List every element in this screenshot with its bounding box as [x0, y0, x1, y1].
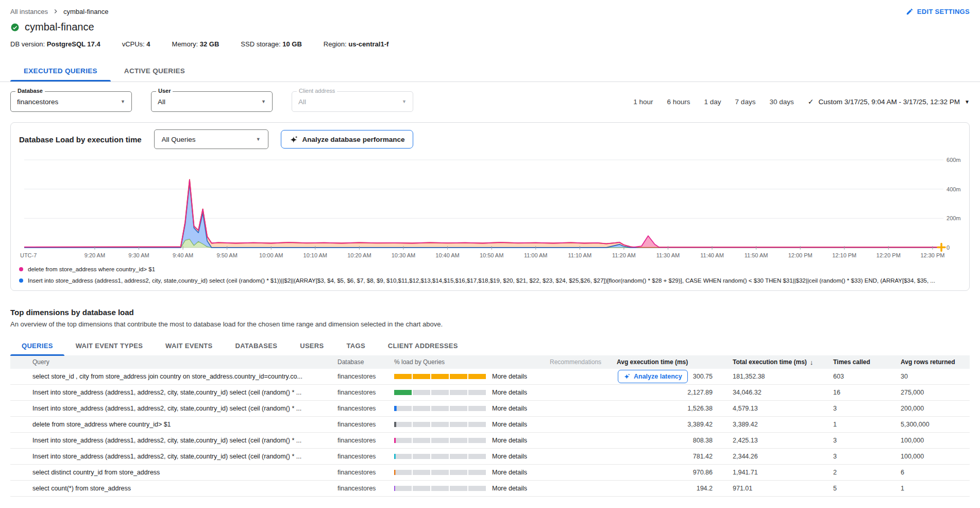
- instance-meta: DB version: PostgreSQL 17.4 vCPUs: 4 Mem…: [0, 33, 980, 48]
- query-text: Insert into store_address (address1, add…: [10, 453, 337, 460]
- page-title: cymbal-finance: [25, 21, 94, 33]
- caret-down-icon: ▼: [256, 137, 261, 142]
- tab-wait-events[interactable]: WAIT EVENTS: [154, 336, 224, 355]
- svg-text:11:30 AM: 11:30 AM: [656, 252, 680, 258]
- tab-users[interactable]: USERS: [289, 336, 335, 355]
- tab-wait-event-types[interactable]: WAIT EVENT TYPES: [64, 336, 154, 355]
- meta-db-version: DB version: PostgreSQL 17.4: [10, 40, 100, 48]
- client-address-filter: Client address All ▼: [292, 91, 413, 112]
- sort-times-called[interactable]: Times called: [820, 358, 888, 366]
- svg-text:10:10 AM: 10:10 AM: [303, 252, 327, 258]
- caret-down-icon: ▼: [402, 99, 407, 104]
- tab-client-addresses[interactable]: CLIENT ADDRESSES: [377, 336, 469, 355]
- more-details-link[interactable]: More details: [492, 389, 527, 396]
- breadcrumb: All instances cymbal-finance EDIT SETTIN…: [0, 0, 980, 15]
- tab-executed-queries[interactable]: EXECUTED QUERIES: [10, 60, 111, 81]
- analyze-latency-button[interactable]: Analyze latency: [618, 370, 688, 383]
- svg-text:10:40 AM: 10:40 AM: [435, 252, 459, 258]
- legend-dot-blue: [19, 278, 23, 283]
- sort-desc-icon: ↓: [810, 358, 814, 366]
- tab-databases[interactable]: DATABASES: [224, 336, 289, 355]
- table-row[interactable]: Insert into store_address (address1, add…: [10, 433, 970, 449]
- sort-avg-exec[interactable]: Avg execution time (ms): [617, 358, 720, 366]
- svg-text:9:40 AM: 9:40 AM: [173, 252, 193, 258]
- load-bar: [394, 454, 487, 459]
- table-row[interactable]: Insert into store_address (address1, add…: [10, 401, 970, 417]
- top-dimensions-title: Top dimensions by database load: [10, 308, 970, 317]
- database-load-chart[interactable]: 600ms400ms200ms09:20 AM9:30 AM9:40 AM9:5…: [19, 153, 961, 263]
- query-text: select count(*) from store_address: [10, 485, 337, 492]
- spark-icon: [623, 373, 631, 380]
- load-bar: [394, 406, 487, 411]
- query-text: Insert into store_address (address1, add…: [10, 405, 337, 412]
- caret-down-icon: ▼: [261, 99, 266, 104]
- svg-text:10:00 AM: 10:00 AM: [259, 252, 283, 258]
- table-header-row: Query Database % load by Queries Recomme…: [10, 355, 970, 369]
- custom-time-range[interactable]: ✓ Custom 3/17/25, 9:04 AM - 3/17/25, 12:…: [808, 97, 970, 106]
- time-range-selector: 1 hour 6 hours 1 day 7 days 30 days ✓ Cu…: [633, 97, 970, 106]
- svg-text:10:30 AM: 10:30 AM: [392, 252, 415, 258]
- svg-text:11:20 AM: 11:20 AM: [612, 252, 636, 258]
- time-chip-1-day[interactable]: 1 day: [704, 98, 721, 106]
- chart-legend: delete from store_address where country_…: [19, 264, 961, 286]
- legend-item[interactable]: delete from store_address where country_…: [19, 264, 961, 275]
- meta-region: Region: us-central1-f: [324, 40, 388, 48]
- sort-avg-rows[interactable]: Avg rows returned: [888, 358, 970, 366]
- svg-text:9:50 AM: 9:50 AM: [217, 252, 238, 258]
- query-filter-dropdown[interactable]: All Queries ▼: [154, 129, 268, 149]
- legend-item[interactable]: Insert into store_address (address1, add…: [19, 275, 961, 286]
- time-chip-30-days[interactable]: 30 days: [769, 98, 793, 106]
- edit-settings-button[interactable]: EDIT SETTINGS: [906, 8, 970, 15]
- table-row[interactable]: Insert into store_address (address1, add…: [10, 449, 970, 465]
- table-row[interactable]: select store_id , city from store_addres…: [10, 369, 970, 385]
- table-row[interactable]: select distinct country_id from store_ad…: [10, 465, 970, 481]
- table-row[interactable]: delete from store_address where country_…: [10, 417, 970, 433]
- breadcrumb-all-instances[interactable]: All instances: [10, 8, 48, 15]
- load-bar: [394, 374, 487, 379]
- caret-down-icon: ▼: [965, 99, 970, 105]
- time-chip-1-hour[interactable]: 1 hour: [633, 98, 653, 106]
- svg-text:12:00 PM: 12:00 PM: [788, 252, 813, 258]
- svg-text:10:50 AM: 10:50 AM: [480, 252, 503, 258]
- more-details-link[interactable]: More details: [492, 421, 527, 428]
- table-row[interactable]: Insert into store_address (address1, add…: [10, 385, 970, 401]
- svg-text:9:30 AM: 9:30 AM: [128, 252, 149, 258]
- pencil-icon: [906, 8, 914, 15]
- legend-dot-pink: [19, 267, 23, 271]
- svg-text:12:30 PM: 12:30 PM: [920, 252, 944, 258]
- load-bar: [394, 470, 487, 475]
- query-text: Insert into store_address (address1, add…: [10, 437, 337, 444]
- time-chip-7-days[interactable]: 7 days: [735, 98, 756, 106]
- more-details-link[interactable]: More details: [492, 373, 527, 380]
- more-details-link[interactable]: More details: [492, 437, 527, 444]
- query-mode-tabs: EXECUTED QUERIES ACTIVE QUERIES: [0, 60, 980, 82]
- table-row[interactable]: select count(*) from store_address finan…: [10, 481, 970, 497]
- svg-text:0: 0: [947, 244, 950, 251]
- query-text: delete from store_address where country_…: [10, 421, 337, 428]
- query-text: select store_id , city from store_addres…: [10, 373, 337, 380]
- sort-total-exec[interactable]: Total execution time (ms) ↓: [720, 358, 820, 366]
- more-details-link[interactable]: More details: [492, 453, 527, 460]
- tab-queries[interactable]: QUERIES: [10, 336, 64, 355]
- time-chip-6-hours[interactable]: 6 hours: [667, 98, 690, 106]
- svg-text:600ms: 600ms: [947, 157, 961, 163]
- svg-text:12:10 PM: 12:10 PM: [832, 252, 856, 258]
- user-filter[interactable]: User All ▼: [151, 91, 273, 112]
- chart-title: Database Load by execution time: [19, 135, 142, 144]
- svg-text:11:10 AM: 11:10 AM: [568, 252, 592, 258]
- query-text: Insert into store_address (address1, add…: [10, 389, 337, 396]
- check-icon: ✓: [808, 97, 814, 106]
- more-details-link[interactable]: More details: [492, 469, 527, 476]
- tab-tags[interactable]: TAGS: [335, 336, 377, 355]
- more-details-link[interactable]: More details: [492, 485, 527, 492]
- load-bar: [394, 438, 487, 443]
- analyze-database-performance-button[interactable]: Analyze database performance: [281, 130, 414, 149]
- svg-text:12:20 PM: 12:20 PM: [876, 252, 901, 258]
- tab-active-queries[interactable]: ACTIVE QUERIES: [111, 60, 198, 81]
- status-ok-icon: [10, 23, 20, 32]
- database-load-card: Database Load by execution time All Quer…: [10, 122, 970, 291]
- database-filter[interactable]: Database financestores ▼: [10, 91, 132, 112]
- svg-text:UTC-7: UTC-7: [20, 252, 37, 258]
- load-bar: [394, 486, 487, 491]
- more-details-link[interactable]: More details: [492, 405, 527, 412]
